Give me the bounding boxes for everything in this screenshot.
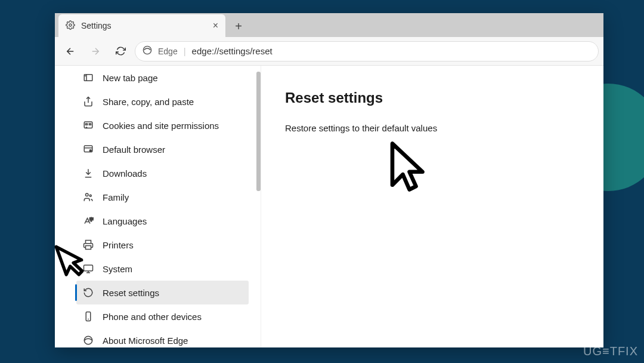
cookies-icon xyxy=(82,119,94,131)
edge-icon xyxy=(82,334,94,346)
sidebar-item-reset-settings[interactable]: Reset settings xyxy=(76,281,249,304)
reset-icon xyxy=(82,287,94,299)
svg-rect-14 xyxy=(84,265,93,271)
restore-defaults-option[interactable]: Restore settings to their default values xyxy=(285,123,580,133)
sidebar-item-label: Cookies and site permissions xyxy=(103,121,219,131)
svg-rect-5 xyxy=(86,124,88,125)
close-icon[interactable]: × xyxy=(213,20,218,31)
printer-icon xyxy=(82,239,94,251)
family-icon xyxy=(82,191,94,203)
address-url: edge://settings/reset xyxy=(192,46,273,56)
settings-sidebar: New tab page Share, copy, and paste Cook… xyxy=(55,66,261,347)
sidebar-item-label: Phone and other devices xyxy=(103,312,202,322)
svg-point-7 xyxy=(86,127,87,128)
sidebar-item-about[interactable]: About Microsoft Edge xyxy=(76,328,249,347)
tab-label: Settings xyxy=(81,21,112,30)
refresh-button[interactable] xyxy=(110,41,131,62)
sidebar-item-new-tab-page[interactable]: New tab page xyxy=(76,66,249,90)
sidebar-item-phone[interactable]: Phone and other devices xyxy=(76,304,249,328)
sidebar-item-default-browser[interactable]: Default browser xyxy=(76,137,249,161)
new-tab-button[interactable]: + xyxy=(229,17,248,36)
svg-point-3 xyxy=(85,76,86,76)
gear-icon xyxy=(66,20,75,32)
sidebar-item-family[interactable]: Family xyxy=(76,185,249,209)
svg-point-9 xyxy=(89,150,91,152)
sidebar-item-label: Family xyxy=(103,192,129,202)
content-area: New tab page Share, copy, and paste Cook… xyxy=(55,66,603,347)
forward-button[interactable] xyxy=(85,41,106,62)
share-icon xyxy=(82,96,94,107)
svg-text:字: 字 xyxy=(89,217,94,222)
default-browser-icon xyxy=(82,143,94,155)
phone-icon xyxy=(82,310,94,322)
sidebar-item-share[interactable]: Share, copy, and paste xyxy=(76,90,249,113)
watermark: UG≡TFIX xyxy=(583,344,638,358)
sidebar-item-label: Printers xyxy=(103,240,134,250)
sidebar-item-label: Languages xyxy=(103,216,147,226)
sidebar-item-label: About Microsoft Edge xyxy=(103,336,188,346)
svg-rect-13 xyxy=(86,246,91,250)
sidebar-item-label: Downloads xyxy=(103,168,147,179)
back-button[interactable] xyxy=(60,41,81,62)
sidebar-item-downloads[interactable]: Downloads xyxy=(76,161,249,185)
address-bar[interactable]: Edge | edge://settings/reset xyxy=(135,41,599,61)
system-icon xyxy=(82,263,94,275)
svg-point-0 xyxy=(69,24,72,26)
sidebar-item-cookies[interactable]: Cookies and site permissions xyxy=(76,113,249,137)
browser-window: Settings × + Edge | edge://settings/rese… xyxy=(55,13,603,347)
languages-icon: 字 xyxy=(82,215,94,227)
sidebar-item-printers[interactable]: Printers xyxy=(76,233,249,257)
svg-rect-6 xyxy=(89,124,91,125)
svg-point-16 xyxy=(84,336,92,344)
new-tab-icon xyxy=(82,72,94,84)
tab-bar: Settings × + xyxy=(55,13,603,37)
main-panel: Reset settings Restore settings to their… xyxy=(261,66,603,347)
address-divider: | xyxy=(184,46,186,56)
sidebar-item-label: System xyxy=(103,264,132,274)
svg-point-11 xyxy=(89,195,91,196)
sidebar-item-system[interactable]: System xyxy=(76,257,249,281)
sidebar-item-label: Reset settings xyxy=(103,288,159,298)
toolbar: Edge | edge://settings/reset xyxy=(55,37,603,66)
edge-logo-icon xyxy=(143,45,152,57)
sidebar-item-languages[interactable]: 字 Languages xyxy=(76,209,249,233)
download-icon xyxy=(82,167,94,179)
sidebar-item-label: New tab page xyxy=(103,73,158,83)
tab-settings[interactable]: Settings × xyxy=(58,14,225,37)
address-prefix: Edge xyxy=(158,47,178,56)
sidebar-item-label: Share, copy, and paste xyxy=(103,97,194,107)
svg-point-10 xyxy=(86,193,89,196)
sidebar-item-label: Default browser xyxy=(103,144,165,155)
page-title: Reset settings xyxy=(285,90,580,106)
scrollbar-thumb[interactable] xyxy=(256,72,261,191)
